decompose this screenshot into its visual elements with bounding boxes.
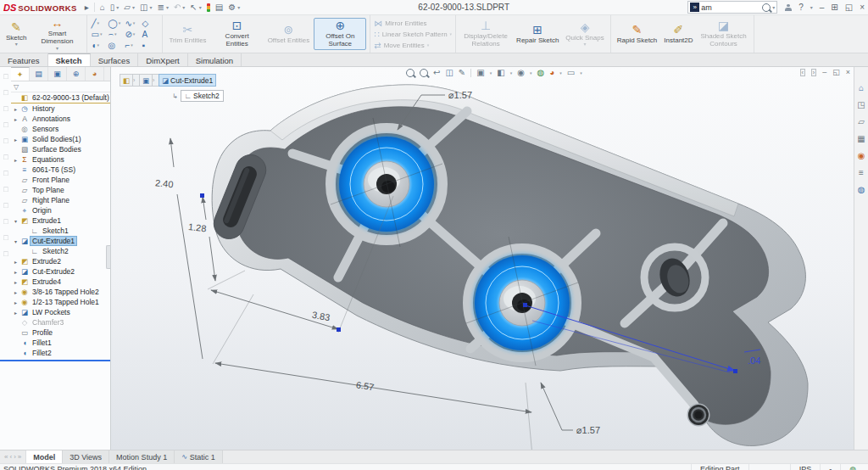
home-tab-icon[interactable]: ⌂: [859, 83, 864, 93]
scroll-prev-icon[interactable]: ‹: [9, 453, 12, 461]
minimize-button[interactable]: –: [820, 3, 825, 12]
linear-sketch-pattern-button[interactable]: ∷Linear Sketch Pattern▾: [374, 30, 452, 39]
flyout-icon[interactable]: ▸: [85, 3, 89, 12]
login-user-icon[interactable]: [785, 4, 792, 11]
search-caret-icon[interactable]: ▾: [772, 4, 775, 10]
mirror-entities-button[interactable]: ⋈Mirror Entities: [374, 19, 452, 28]
tree-item-extrude4[interactable]: ▸◩Extrude4: [11, 277, 110, 287]
search-input[interactable]: [701, 3, 760, 12]
undo-icon[interactable]: ↶: [174, 3, 181, 12]
shaded-sketch-contours-button[interactable]: ◪Shaded Sketch Contours: [698, 18, 750, 49]
propertymanager-tab-icon[interactable]: ▤: [30, 67, 48, 81]
dimension-3-83[interactable]: 3.83: [311, 310, 331, 323]
panel-splitter-handle[interactable]: [106, 245, 110, 269]
tree-item-tapped-hole1[interactable]: ▸◉1/2-13 Tapped Hole1: [11, 297, 110, 307]
tree-item-part[interactable]: ◧62-02-9000-13 (Default): [11, 92, 110, 104]
displaymanager-tab-icon[interactable]: ◕: [86, 67, 104, 81]
model-viewport[interactable]: ⌀1.57 2.40 1.28 3.83 6.57 ⌀1.57 .04: [111, 67, 854, 450]
undo-caret-icon[interactable]: ▾: [182, 4, 185, 10]
tree-item-front-plane[interactable]: ▱Front Plane: [11, 175, 110, 185]
circle-tool-button[interactable]: ◯▾: [108, 19, 125, 28]
scroll-next-icon[interactable]: ›: [14, 453, 16, 461]
tree-item-origin[interactable]: ⌖Origin: [11, 205, 110, 215]
options-caret-icon[interactable]: ▾: [237, 4, 240, 10]
rollback-bar[interactable]: [0, 360, 110, 361]
tree-filter[interactable]: ▽: [11, 81, 110, 92]
tree-item-cut-extrude1[interactable]: ▾◪Cut-Extrude1: [11, 236, 110, 246]
new-document-icon[interactable]: ▯: [110, 3, 115, 12]
trim-entities-button[interactable]: ✂Trim Entities: [166, 22, 209, 47]
zoom-to-area-icon[interactable]: [420, 69, 428, 77]
fillet-tool-button[interactable]: ⌐▾: [125, 41, 142, 50]
tree-item-fillet2[interactable]: ◖Fillet2: [11, 348, 110, 358]
hide-show-items-icon[interactable]: ◉: [517, 68, 525, 77]
previous-view-icon[interactable]: ↩: [433, 68, 440, 77]
breadcrumb-feature-chip[interactable]: ◪ Cut-Extrude1: [159, 74, 216, 87]
print-caret-icon[interactable]: ▾: [166, 4, 169, 10]
tree-item-chamfer3[interactable]: ◇Chamfer3: [11, 317, 110, 327]
configurationmanager-tab-icon[interactable]: ▣: [48, 67, 67, 81]
tab-simulation[interactable]: Simulation: [188, 53, 242, 66]
slot-tool-button[interactable]: ◖▾: [91, 41, 108, 50]
polygon-tool-button[interactable]: ◇: [142, 19, 159, 28]
line-tool-button[interactable]: ╱▾: [91, 19, 108, 28]
spline-tool-button[interactable]: ∿▾: [125, 19, 142, 28]
tree-item-surface-bodies[interactable]: ▨Surface Bodies: [11, 144, 110, 154]
graphics-area[interactable]: ↩ ◫ ✎ ▣▾ ◧▾ ◉▾ ◍ ◕▾ ▭▾ ‹ › – ◱ ×: [111, 67, 854, 450]
tree-item-solid-bodies[interactable]: ▸▣Solid Bodies(1): [11, 134, 110, 144]
doc-minimize-button[interactable]: –: [822, 68, 826, 76]
tree-item-sketch2[interactable]: ∟Sketch2: [11, 246, 110, 256]
tree-item-cut-extrude2[interactable]: ▸◪Cut-Extrude2: [11, 266, 110, 277]
print-icon[interactable]: ≣: [158, 3, 164, 12]
display-style-icon[interactable]: ◧: [497, 68, 504, 77]
edit-appearance-icon[interactable]: ◍: [537, 68, 544, 77]
prev-document-icon[interactable]: ‹: [800, 69, 805, 76]
breadcrumb-part-chip[interactable]: ◧: [120, 74, 133, 87]
rectangle-tool-button[interactable]: ▭▾: [91, 30, 108, 39]
restore-button[interactable]: ◱: [845, 3, 853, 12]
open-caret-icon[interactable]: ▾: [132, 4, 135, 10]
tab-surfaces[interactable]: Surfaces: [91, 53, 139, 66]
tree-item-tapped-hole2[interactable]: ▸◉3/8-16 Tapped Hole2: [11, 287, 110, 297]
select-caret-icon[interactable]: ▾: [199, 4, 202, 10]
rapid-sketch-button[interactable]: ✎Rapid Sketch: [615, 22, 660, 47]
repair-sketch-button[interactable]: ⊞Repair Sketch: [514, 22, 561, 47]
tree-item-fillet1[interactable]: ◖Fillet1: [11, 338, 110, 348]
tree-item-extrude1[interactable]: ▾◩Extrude1: [11, 215, 110, 226]
offset-on-surface-button[interactable]: ⊕Offset On Surface: [314, 18, 366, 49]
dimension-2-40[interactable]: 2.40: [155, 177, 175, 189]
search-box[interactable]: » ▾: [687, 1, 777, 14]
display-delete-relations-button[interactable]: ⊥Display/Delete Relations: [459, 18, 512, 49]
view-orientation-icon[interactable]: ▣: [476, 68, 484, 77]
arc-tool-button[interactable]: ⌢▾: [108, 29, 125, 39]
tab-model[interactable]: Model: [26, 450, 63, 463]
units-selector[interactable]: IPS: [790, 464, 821, 470]
home-icon[interactable]: ⌂: [100, 3, 105, 12]
forum-tab-icon[interactable]: ◍: [858, 185, 865, 195]
dimension-1-28[interactable]: 1.28: [188, 221, 208, 233]
tree-item-sketch1[interactable]: ∟Sketch1: [11, 226, 110, 236]
tree-item-extrude2[interactable]: ▸◩Extrude2: [11, 256, 110, 266]
sketch-button[interactable]: ✎ Sketch ▾: [3, 20, 29, 49]
search-scope-icon[interactable]: »: [690, 3, 699, 12]
instant2d-button[interactable]: ✐Instant2D: [661, 22, 695, 47]
file-properties-icon[interactable]: ▤: [215, 3, 223, 12]
design-library-tab-icon[interactable]: ◳: [857, 100, 865, 110]
appearances-tab-icon[interactable]: ◉: [858, 151, 865, 161]
save-icon[interactable]: ◫: [140, 3, 147, 12]
dimension-dia-bottom[interactable]: ⌀1.57: [576, 425, 600, 435]
tree-item-right-plane[interactable]: ▱Right Plane: [11, 195, 110, 205]
help-button[interactable]: ?: [798, 3, 804, 12]
maximize-button[interactable]: ⊞: [831, 3, 837, 12]
view-palette-tab-icon[interactable]: ▦: [857, 134, 865, 144]
options-gear-icon[interactable]: ⚙: [228, 3, 236, 12]
scroll-first-icon[interactable]: «: [4, 453, 8, 461]
tab-static-1[interactable]: ∿Static 1: [175, 450, 223, 463]
tab-motion-study[interactable]: Motion Study 1: [109, 450, 175, 463]
section-view-icon[interactable]: ◫: [445, 68, 453, 77]
new-caret-icon[interactable]: ▾: [116, 4, 119, 10]
view-settings-icon[interactable]: ▭: [567, 68, 575, 77]
scroll-last-icon[interactable]: »: [18, 453, 21, 461]
doc-close-button[interactable]: ×: [846, 68, 850, 76]
centerpoint-tool-button[interactable]: ◎: [108, 41, 125, 50]
